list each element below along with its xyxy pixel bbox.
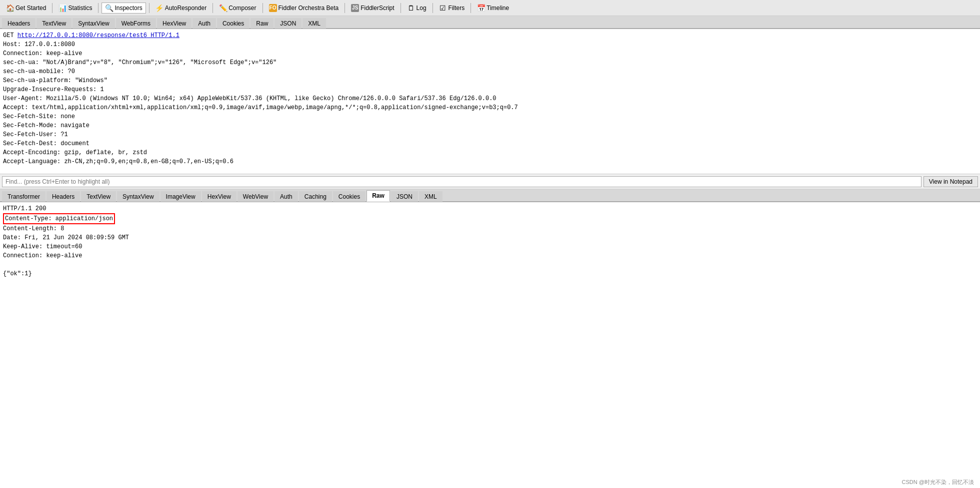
header-accept: Accept: text/html,application/xhtml+xml,… [3,103,977,112]
request-tab-bar: Headers TextView SyntaxView WebForms Hex… [0,16,980,29]
composer-label: Composer [228,5,256,12]
get-started-icon: 🏠 [6,4,14,12]
toolbar-filters[interactable]: ☑ Filters [436,3,468,13]
header-sec-ch-ua-mobile: sec-ch-ua-mobile: ?0 [3,67,977,76]
response-keep-alive: Keep-Alive: timeout=60 [3,242,977,251]
header-upgrade-insecure: Upgrade-Insecure-Requests: 1 [3,85,977,94]
header-sec-ch-ua-platform: Sec-ch-ua-platform: "Windows" [3,76,977,85]
request-url[interactable]: http://127.0.0.1:8080/response/test6_HTT… [18,32,180,39]
tab-request-syntaxview[interactable]: SyntaxView [72,18,114,29]
separator-7 [400,3,401,13]
watermark: CSDN @时光不染，回忆不淡 [902,478,974,486]
tab-request-headers[interactable]: Headers [2,18,36,29]
header-user-agent: User-Agent: Mozilla/5.0 (Windows NT 10.0… [3,94,977,103]
tab-response-caching[interactable]: Caching [299,191,332,202]
header-sec-fetch-mode: Sec-Fetch-Mode: navigate [3,121,977,130]
header-sec-fetch-user: Sec-Fetch-User: ?1 [3,130,977,139]
separator-4 [212,3,213,13]
tab-response-transformer[interactable]: Transformer [2,191,46,202]
inspectors-icon: 🔍 [105,4,113,12]
toolbar-timeline[interactable]: 📅 Timeline [474,3,512,13]
tab-response-textview[interactable]: TextView [81,191,116,202]
tab-response-imageview[interactable]: ImageView [160,191,201,202]
tab-request-json[interactable]: JSON [274,18,302,29]
tab-request-cookies[interactable]: Cookies [217,18,250,29]
find-input[interactable] [2,176,922,187]
response-date: Date: Fri, 21 Jun 2024 08:09:59 GMT [3,233,977,242]
tab-response-webview[interactable]: WebView [238,191,274,202]
tab-response-syntaxview[interactable]: SyntaxView [117,191,159,202]
get-started-label: Get Started [16,5,46,12]
filters-label: Filters [448,5,465,12]
timeline-icon: 📅 [477,4,485,12]
toolbar-log[interactable]: 🗒 Log [404,3,430,13]
fiddler-orchestra-icon: FO [269,4,277,12]
timeline-label: Timeline [486,5,509,12]
view-in-notepad-button[interactable]: View in Notepad [924,176,978,187]
separator-9 [470,3,471,13]
tab-response-xml[interactable]: XML [419,191,442,202]
request-line: GET http://127.0.0.1:8080/response/test6… [3,31,977,40]
response-content-length: Content-Length: 8 [3,224,977,233]
composer-icon: ✏️ [219,4,227,12]
header-sec-fetch-dest: Sec-Fetch-Dest: document [3,139,977,148]
autoresponder-label: AutoResponder [165,5,206,12]
main-container: Headers TextView SyntaxView WebForms Hex… [0,16,980,488]
response-section: Transformer Headers TextView SyntaxView … [0,189,980,488]
tab-request-raw[interactable]: Raw [250,18,274,29]
separator-2 [98,3,98,13]
fiddlerscript-label: FiddlerScript [360,5,394,12]
separator-6 [344,3,345,13]
toolbar-fiddlerscript[interactable]: JS FiddlerScript [348,3,397,13]
toolbar-composer[interactable]: ✏️ Composer [216,3,259,13]
log-icon: 🗒 [407,4,415,12]
statistics-label: Statistics [68,5,92,12]
main-toolbar: 🏠 Get Started 📊 Statistics 🔍 Inspectors … [0,0,980,16]
tab-request-textview[interactable]: TextView [36,18,72,29]
tab-response-raw[interactable]: Raw [366,190,390,202]
tab-response-cookies[interactable]: Cookies [333,191,366,202]
response-status-line: HTTP/1.1 200 [3,204,977,213]
tab-request-webforms[interactable]: WebForms [116,18,156,29]
response-content-type-line: Content-Type: application/json [3,213,977,224]
separator-1 [52,3,52,13]
header-sec-fetch-site: Sec-Fetch-Site: none [3,112,977,121]
fiddler-orchestra-label: Fiddler Orchestra Beta [278,5,339,12]
statistics-icon: 📊 [58,4,66,12]
toolbar-get-started[interactable]: 🏠 Get Started [3,3,49,13]
log-label: Log [416,5,426,12]
response-connection: Connection: keep-alive [3,251,977,260]
request-headers-content: Host: 127.0.0.1:8080 Connection: keep-al… [3,40,977,166]
toolbar-fiddler-orchestra[interactable]: FO Fiddler Orchestra Beta [266,3,342,13]
header-accept-language: Accept-Language: zh-CN,zh;q=0.9,en;q=0.8… [3,157,977,166]
separator-5 [262,3,263,13]
autoresponder-icon: ⚡ [156,4,164,12]
inspectors-label: Inspectors [114,5,142,12]
tab-request-hexview[interactable]: HexView [157,18,192,29]
response-content-type-highlighted: Content-Type: application/json [3,213,115,224]
find-bar: View in Notepad [0,174,980,189]
tab-response-json[interactable]: JSON [391,191,418,202]
response-content-panel: HTTP/1.1 200 Content-Type: application/j… [0,202,980,488]
tab-request-auth[interactable]: Auth [192,18,216,29]
response-tab-bar: Transformer Headers TextView SyntaxView … [0,189,980,202]
request-method: GET [3,32,18,39]
toolbar-autoresponder[interactable]: ⚡ AutoResponder [152,3,210,13]
response-body: {"ok":1} [3,269,977,278]
tab-response-headers[interactable]: Headers [46,191,80,202]
separator-8 [432,3,433,13]
tab-response-hexview[interactable]: HexView [202,191,236,202]
tab-request-xml[interactable]: XML [302,18,326,29]
toolbar-statistics[interactable]: 📊 Statistics [56,3,95,13]
header-sec-ch-ua: sec-ch-ua: "Not/A)Brand";v="8", "Chromiu… [3,58,977,67]
fiddlerscript-icon: JS [351,4,359,12]
header-host: Host: 127.0.0.1:8080 [3,40,977,49]
header-connection: Connection: keep-alive [3,49,977,58]
toolbar-inspectors[interactable]: 🔍 Inspectors [102,3,146,14]
separator-3 [149,3,150,13]
request-content-panel: GET http://127.0.0.1:8080/response/test6… [0,29,980,174]
tab-response-auth[interactable]: Auth [274,191,298,202]
header-accept-encoding: Accept-Encoding: gzip, deflate, br, zstd [3,148,977,157]
filters-icon: ☑ [439,4,447,12]
